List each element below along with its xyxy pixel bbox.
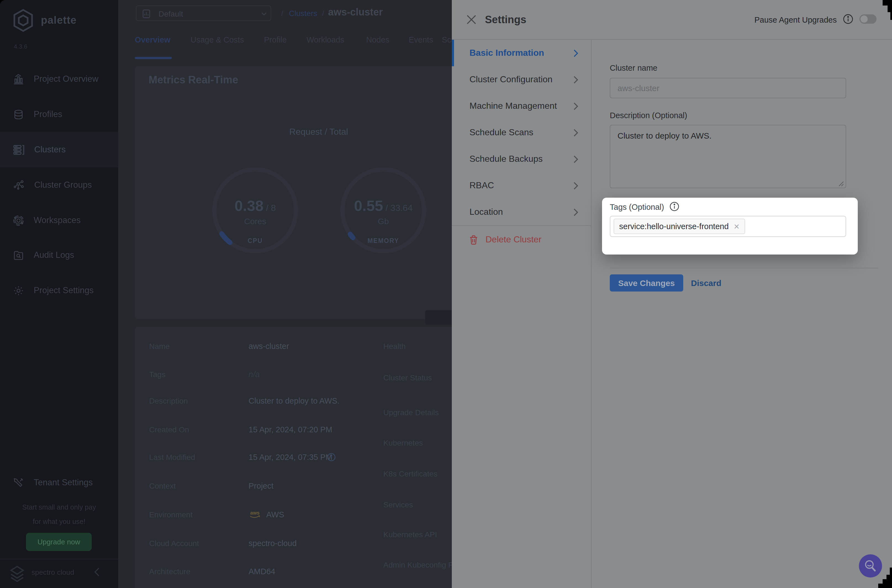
remove-tag-icon[interactable]: ✕: [734, 222, 740, 231]
detail-value: Cluster to deploy to AWS.: [249, 396, 339, 405]
tab-usage-costs[interactable]: Usage & Costs: [191, 35, 244, 44]
toggle-knob: [860, 15, 868, 22]
sidebar-item-label: Project Settings: [34, 285, 94, 296]
description-textarea[interactable]: Cluster to deploy to AWS.: [610, 125, 846, 188]
promo-line-1: Start small and only pay: [0, 504, 118, 511]
sidebar-item-project-settings[interactable]: Project Settings: [0, 273, 118, 308]
menu-item-rbac[interactable]: RBAC: [452, 172, 592, 199]
cpu-total: / 8: [266, 203, 276, 213]
sidebar-item-label: Project Overview: [34, 74, 98, 84]
status-label: Cluster Status: [383, 373, 432, 382]
sidebar-item-label: Cluster Groups: [34, 180, 92, 190]
info-icon[interactable]: [327, 453, 336, 462]
tab-workloads[interactable]: Workloads: [306, 35, 344, 44]
sidebar-item-tenant-settings[interactable]: Tenant Settings: [0, 465, 118, 500]
status-label: Upgrade Details: [383, 408, 439, 417]
palette-logo-text: palette: [41, 14, 77, 27]
detail-value: AMD64: [249, 567, 275, 576]
spectro-cloud-label: spectro cloud: [32, 568, 74, 576]
detail-label: Cloud Account: [149, 539, 199, 548]
chevron-right-icon: [573, 182, 578, 190]
status-label: Admin Kubeconfig File: [383, 560, 461, 569]
sidebar-item-profiles[interactable]: Profiles: [0, 97, 118, 132]
sidebar-item-label: Audit Logs: [34, 250, 74, 260]
clusters-icon: [13, 144, 24, 155]
project-selector-value: Default: [159, 9, 183, 18]
menu-item-label: Basic Information: [470, 48, 544, 58]
detail-value: spectro-cloud: [249, 539, 297, 548]
status-label: Health: [383, 342, 406, 351]
corner-artifact: [890, 568, 892, 588]
settings-panel: Settings Pause Agent Upgrades Basic Info…: [452, 0, 892, 588]
resize-handle-icon[interactable]: [838, 181, 844, 187]
detail-label: Tags: [149, 370, 165, 379]
detail-label: Name: [149, 342, 170, 351]
sidebar-item-clusters[interactable]: Clusters: [0, 132, 118, 167]
breadcrumb-separator: /: [322, 9, 324, 18]
cpu-label: CPU: [200, 237, 311, 244]
cluster-name-input[interactable]: [610, 78, 846, 98]
tags-spotlight-card: Tags (Optional) service:hello-universe-f…: [602, 198, 858, 255]
active-tab-underline: [135, 57, 172, 59]
sidebar-item-audit-logs[interactable]: Audit Logs: [0, 237, 118, 273]
close-icon[interactable]: [466, 14, 477, 25]
tab-overview[interactable]: Overview: [135, 35, 170, 44]
tab-profile[interactable]: Profile: [264, 35, 287, 44]
status-label: K8s Certificates: [383, 469, 437, 478]
menu-item-schedule-scans[interactable]: Schedule Scans: [452, 119, 592, 146]
collapse-sidebar-icon[interactable]: [94, 567, 100, 577]
menu-item-basic-information[interactable]: Basic Information: [452, 40, 592, 66]
menu-item-machine-management[interactable]: Machine Management: [452, 93, 592, 119]
tools-icon: [13, 477, 24, 488]
sidebar-footer: spectro cloud: [0, 559, 118, 588]
menu-item-cluster-configuration[interactable]: Cluster Configuration: [452, 66, 592, 93]
memory-gauge-value: 0.55 / 33.64: [328, 198, 438, 215]
metrics-title: Metrics Real-Time: [149, 74, 238, 86]
menu-item-label: Cluster Configuration: [470, 75, 553, 84]
menu-item-location[interactable]: Location: [452, 199, 592, 225]
cluster-name-label: Cluster name: [610, 63, 657, 72]
metrics-subtitle: Request / Total: [263, 127, 374, 137]
layers-icon: [13, 109, 24, 120]
save-changes-button[interactable]: Save Changes: [610, 274, 683, 291]
project-selector[interactable]: Default: [136, 6, 271, 21]
cluster-settings-button-partial[interactable]: [425, 310, 453, 325]
delete-cluster-button[interactable]: Delete Cluster: [470, 226, 542, 253]
detail-value: AWS: [266, 510, 284, 519]
magnifier-smile-icon: [864, 559, 877, 573]
breadcrumb-clusters-link[interactable]: Clusters: [289, 9, 317, 18]
tab-nodes[interactable]: Nodes: [366, 35, 389, 44]
audit-logs-icon: [13, 250, 24, 260]
info-icon[interactable]: [843, 14, 853, 24]
detail-value: 15 Apr, 2024, 07:35 PM: [249, 453, 332, 462]
upgrade-now-button[interactable]: Upgrade now: [26, 533, 92, 551]
sidebar-item-cluster-groups[interactable]: Cluster Groups: [0, 167, 118, 202]
tag-chip-label: service:hello-universe-frontend: [619, 222, 729, 231]
spectro-cloud-logo-icon: [7, 562, 28, 585]
chevron-right-icon: [573, 49, 578, 57]
memory-unit: Gb: [328, 216, 438, 226]
menu-item-schedule-backups[interactable]: Schedule Backups: [452, 146, 592, 172]
discard-button[interactable]: Discard: [691, 274, 721, 291]
pause-agent-upgrades-toggle[interactable]: [859, 14, 877, 24]
chevron-right-icon: [573, 102, 578, 110]
help-search-fab[interactable]: [859, 554, 882, 578]
sidebar-item-label: Profiles: [34, 110, 62, 119]
sidebar: palette 4.3.6 Project Overview Profiles: [0, 0, 118, 588]
status-label: Kubernetes: [383, 438, 423, 447]
menu-item-label: Location: [470, 207, 503, 217]
detail-label: Environment: [149, 510, 192, 519]
tags-input[interactable]: service:hello-universe-frontend ✕: [610, 216, 846, 237]
status-label: Services: [383, 500, 413, 509]
sidebar-item-project-overview[interactable]: Project Overview: [0, 61, 118, 97]
detail-label: Context: [149, 482, 176, 490]
info-icon[interactable]: [670, 201, 679, 212]
dashboard-icon: [143, 9, 150, 18]
chevron-right-icon: [573, 208, 578, 216]
sidebar-item-label: Tenant Settings: [34, 478, 93, 488]
sidebar-item-workspaces[interactable]: Workspaces: [0, 202, 118, 238]
form-divider: [610, 268, 878, 268]
palette-logo: palette: [12, 9, 77, 32]
tab-events[interactable]: Events: [409, 35, 433, 44]
memory-label: MEMORY: [328, 237, 438, 244]
